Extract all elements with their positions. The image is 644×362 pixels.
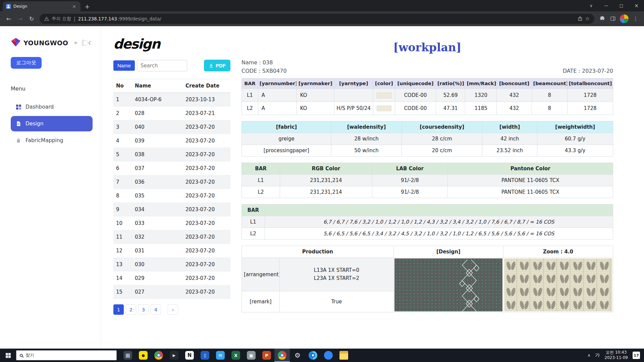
table-row[interactable]: 40392023-07-20 [113,134,230,148]
tab-close-icon[interactable]: × [71,4,77,9]
cell-no: 12 [113,244,132,258]
taskbar-app-photos[interactable]: ▣ [244,349,259,362]
table-row[interactable]: 70362023-07-20 [113,175,230,189]
close-window-button[interactable]: × [629,0,644,11]
cell-no: 6 [113,162,132,175]
taskbar-app-media-player[interactable]: ▶ [166,349,182,362]
cell-date: 2023-07-20 [183,230,230,244]
color-header: Pantone Color [448,163,613,175]
taskbar-search[interactable]: 찾기 [16,350,117,360]
logout-button[interactable]: 로그아웃 [11,57,42,69]
yarn-type [334,89,373,102]
cell-name: 4034-OP-6 [132,93,183,107]
tab-search-caret-icon[interactable]: ∨ [584,0,599,11]
page-button-4[interactable]: 4 [151,304,161,315]
table-row[interactable]: 60372023-07-20 [113,162,230,175]
share-icon[interactable] [578,16,583,21]
profile-avatar[interactable] [620,14,629,23]
cell-no: 4 [113,134,132,148]
ime-indicator[interactable]: 가 [595,352,600,358]
theme-toggle[interactable] [82,40,84,46]
taskbar-app-notion[interactable]: N [182,349,197,362]
tray-expand-icon[interactable]: ∧ [587,353,590,358]
table-row[interactable]: 30402023-07-20 [113,120,230,134]
taskbar-app-kakaotalk[interactable]: ● [136,349,151,362]
taskbar-app-mail[interactable]: ✉ [213,349,228,362]
fabric-cell: 50 w/inch [331,145,401,157]
menu-kebab-icon[interactable]: ⋮ [631,14,641,24]
photos-icon: ▣ [247,351,256,360]
yarn-mm-rack: 1320 [465,89,497,102]
address-divider: | [74,16,75,21]
taskbar-app-excel[interactable]: X [228,349,244,362]
table-row[interactable]: 90342023-07-20 [113,203,230,217]
col-header-no: No [113,79,132,93]
page-next-button[interactable]: › [168,304,178,315]
taskbar-app-chrome-active[interactable] [274,349,290,362]
cell-date: 2023-07-21 [183,107,230,120]
forward-button[interactable]: → [15,13,25,24]
yarn-header: [uniquecode] [395,78,436,89]
taskbar: 찾기 ▦ ● ▶ N ▯ ✉ X ▣ P ⚙ ∧ 가 오전 10:43 2023… [0,349,644,362]
cell-no: 7 [113,175,132,189]
taskbar-app-settings[interactable]: ⚙ [290,349,305,362]
cell-no: 3 [113,120,132,134]
taskbar-app-phone-link[interactable]: ▯ [197,349,213,362]
pattern-header-empty [265,204,613,216]
table-row[interactable]: 50382023-07-20 [113,148,230,162]
new-tab-button[interactable]: + [83,2,92,11]
design-image-cell [393,258,503,312]
color-cell: L2 [242,186,280,198]
table-row[interactable]: 100332023-07-20 [113,217,230,230]
page-button-3[interactable]: 3 [138,304,149,315]
name-filter-button[interactable]: Name [113,60,135,71]
cell-date: 2023-07-20 [183,203,230,217]
taskbar-app-blue-dot[interactable] [321,349,336,362]
table-row[interactable]: 120312023-07-20 [113,244,230,258]
side-panel-icon[interactable] [608,14,618,24]
back-button[interactable]: ← [3,13,14,24]
table-row[interactable]: 20282023-07-21 [113,107,230,120]
table-row[interactable]: 140292023-07-20 [113,272,230,285]
reload-button[interactable]: ↻ [26,13,37,24]
yarn-color-cell [373,102,395,115]
browser-tab[interactable]: Design × [3,1,80,11]
taskbar-app-chrome[interactable] [151,349,166,362]
notification-badge[interactable]: 17 [633,352,640,359]
taskbar-app-file-explorer[interactable] [336,349,352,362]
fabric-table: [fabric] [waledensity] [coursedensity] [… [241,121,613,157]
sidebar-item-fabricmapping[interactable]: FabricMapping [11,133,93,148]
pdf-button-label: PDF [216,63,226,68]
page-button-1[interactable]: 1 [113,304,124,315]
design-logo: design [113,36,230,52]
pdf-download-button[interactable]: PDF [204,60,230,71]
bookmark-star-icon[interactable]: ☆ [585,16,590,22]
table-row[interactable]: 130302023-07-20 [113,258,230,272]
sidebar-item-design[interactable]: Design [11,116,93,131]
yarn-header: [mm/Rack] [465,78,497,89]
color-swatch [377,93,391,98]
arrangement-row: [arrangement] L13A 1X START=0 L23A 1X ST… [242,258,613,291]
maximize-button[interactable]: □ [614,0,629,11]
address-bar[interactable]: 주의 요함 | 211.238.177.143 :9999/design_dat… [40,14,594,24]
taskbar-app-powerpoint[interactable]: P [259,349,274,362]
table-row[interactable]: 150272023-07-20 [113,285,230,299]
yarn-color-cell [373,89,395,102]
col-header-create-date: Create Date [183,79,230,93]
search-input[interactable] [137,60,187,71]
tray-clock[interactable]: 오전 10:43 2023-11-09 [604,350,628,360]
table-row[interactable]: 110322023-07-20 [113,230,230,244]
color-table: BAR RGB Color LAB Color Pantone Color L1… [241,163,613,198]
cell-no: 15 [113,285,132,299]
table-row[interactable]: 80352023-07-20 [113,189,230,203]
minimize-button[interactable]: — [599,0,614,11]
taskbar-app-edge[interactable] [305,349,321,362]
page-button-2[interactable]: 2 [126,304,136,315]
taskbar-app-grid-app[interactable]: ▦ [120,349,136,362]
sidebar-item-dashboard[interactable]: Dashboard [11,99,93,115]
table-row[interactable]: 14034-OP-62023-10-13 [113,93,230,107]
fabric-mapping-bag-icon [15,138,21,143]
extensions-puzzle-icon[interactable] [597,14,607,24]
start-button[interactable] [0,349,16,362]
yarn-bar: L2 [242,102,258,115]
